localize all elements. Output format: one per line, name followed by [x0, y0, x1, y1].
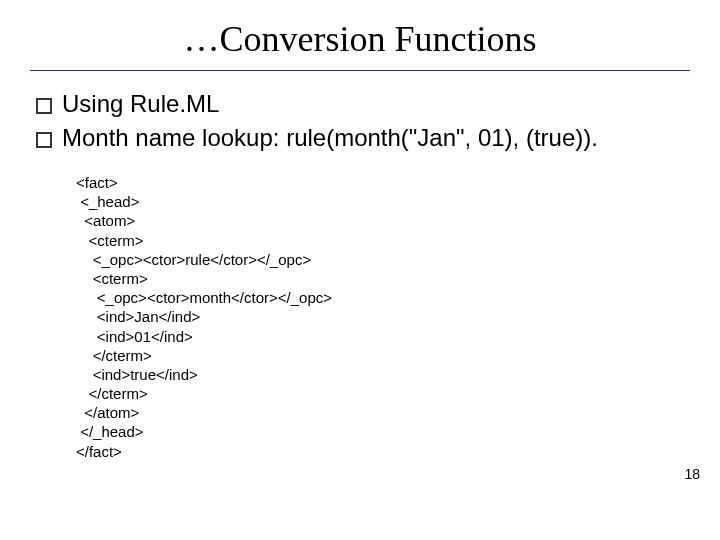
bullet-text: Month name lookup: rule(month("Jan", 01)…: [62, 123, 690, 153]
code-block: <fact> <_head> <atom> <cterm> <_opc><cto…: [76, 173, 720, 461]
bullet-list: Using Rule.ML Month name lookup: rule(mo…: [36, 89, 690, 153]
page-number: 18: [684, 466, 700, 482]
title-underline: [30, 70, 690, 71]
slide-title: …Conversion Functions: [0, 18, 720, 60]
list-item: Month name lookup: rule(month("Jan", 01)…: [36, 123, 690, 153]
bullet-text: Using Rule.ML: [62, 89, 690, 119]
list-item: Using Rule.ML: [36, 89, 690, 119]
bullet-square-icon: [36, 132, 52, 148]
bullet-square-icon: [36, 98, 52, 114]
